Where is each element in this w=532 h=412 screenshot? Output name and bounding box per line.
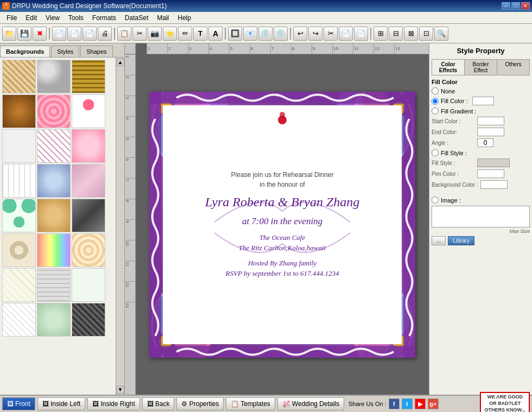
open-button[interactable]: 📄 [52,27,66,41]
copy-button[interactable]: 📄 [67,27,81,41]
tab-others[interactable]: Others [497,60,529,75]
thumbnail-17[interactable] [37,233,71,267]
thumbnail-23[interactable] [37,303,71,337]
minimize-button[interactable]: ─ [502,2,510,10]
thumbnail-18[interactable] [72,233,105,267]
fill-color-box[interactable] [472,97,494,105]
print-button[interactable]: 🖨 [98,27,112,41]
social-icon-yt[interactable]: ▶ [415,398,426,409]
bg-color-input[interactable] [480,180,508,189]
thumbnail-6[interactable] [72,94,105,128]
cut-button[interactable]: ✂ [132,27,147,41]
copy2-button[interactable]: 📄 [339,27,353,41]
thumbnail-15[interactable] [72,199,105,232]
thumbnail-22[interactable] [2,303,36,337]
maximize-button[interactable]: □ [511,2,520,10]
thumbnail-16[interactable] [2,233,36,267]
tab-color-effects[interactable]: Color Effects [432,60,465,75]
thumbnail-1[interactable] [2,60,36,93]
thumbnail-20[interactable] [37,268,71,302]
paste-button[interactable]: 📄 [83,27,97,41]
bottom-tab-inside-left[interactable]: 🖼Inside Left [37,397,85,410]
social-icon-tw[interactable]: t [402,398,413,409]
app-title: DRPU Wedding Card Designer Software(Docu… [12,2,167,10]
titlebar-controls[interactable]: ─ □ ✕ [502,2,530,10]
left-tab-styles[interactable]: Styles [51,46,79,57]
library-button[interactable]: Library [448,236,474,245]
bottom-tab-inside-right[interactable]: 🖼Inside Right [87,397,140,410]
tab-border-effect[interactable]: Border Effect [465,60,497,75]
card-names: Lyra Roberta & Bryan Zhang [205,195,360,210]
new-button[interactable]: 📁 [2,27,16,41]
dots-button[interactable]: ... [432,236,446,245]
menu-item-mail[interactable]: Mail [153,13,173,23]
fill-color-radio[interactable] [432,98,439,105]
thumbnail-21[interactable] [72,268,105,302]
bottom-tab-front[interactable]: 🖼Front [2,397,35,410]
thumbnail-24[interactable] [72,303,105,337]
fill-style-input[interactable] [477,159,510,167]
bottom-tab-back[interactable]: 🖼Back [142,397,175,410]
ruler-vtick-4: 4 [125,116,135,137]
start-color-input[interactable] [477,117,504,125]
db-button[interactable]: 💿 [258,27,273,41]
thumbnail-19[interactable] [2,268,36,302]
thumbnail-9[interactable] [72,129,105,163]
thumbnail-10[interactable] [2,164,36,198]
delete-button[interactable]: ✖ [33,27,47,41]
bottom-tab-wedding-details[interactable]: 💒Wedding Details [277,397,344,410]
bottom-tab-properties[interactable]: ⚙Properties [176,397,224,410]
end-color-input[interactable] [477,128,504,136]
menu-item-view[interactable]: View [41,13,64,23]
social-icon-gp[interactable]: g+ [428,398,439,409]
menu-item-edit[interactable]: Edit [21,13,41,23]
thumbnail-14[interactable] [37,199,71,232]
undo-button[interactable]: ↩ [293,27,307,41]
thumbnail-3[interactable] [72,60,105,93]
text-button[interactable]: T [193,27,207,41]
thumbnail-2[interactable] [37,60,71,93]
draw-button[interactable]: ✏ [178,27,192,41]
ruler-vtick-11: 11 [125,261,135,281]
barcode-button[interactable]: ⭐ [163,27,177,41]
email-button[interactable]: 📧 [243,27,257,41]
close-button[interactable]: ✕ [521,2,530,10]
redo-button[interactable]: ↪ [308,27,322,41]
left-tab-shapes[interactable]: Shapes [80,46,112,57]
paste2-button[interactable]: 📄 [354,27,368,41]
scroll-bar[interactable]: ▲ ▼ [116,58,124,395]
thumbnail-5[interactable] [37,94,71,128]
menu-item-tools[interactable]: Tools [64,13,88,23]
align-button[interactable]: ⊡ [419,27,433,41]
left-tab-backgrounds[interactable]: Backgrounds [0,46,50,57]
clipboard-button[interactable]: 📋 [117,27,131,41]
fill-style-radio[interactable] [432,149,439,156]
social-icon-fb[interactable]: f [389,398,400,409]
shape-button[interactable]: 🔲 [228,27,242,41]
zoom-button[interactable]: 🔍 [434,27,448,41]
cut2-button[interactable]: ✂ [324,27,338,41]
grid3-button[interactable]: ⊠ [404,27,418,41]
grid-button[interactable]: ⊞ [373,27,388,41]
menu-item-dataset[interactable]: DataSet [121,13,153,23]
menu-item-help[interactable]: Help [173,13,195,23]
thumbnail-11[interactable] [37,164,71,198]
save-button[interactable]: 💾 [17,27,31,41]
none-radio[interactable] [432,87,439,94]
thumbnail-8[interactable] [37,129,71,163]
menu-item-file[interactable]: File [2,13,21,23]
db2-button[interactable]: 💿 [274,27,288,41]
grid2-button[interactable]: ⊟ [389,27,403,41]
thumbnail-13[interactable] [2,199,36,232]
image-button[interactable]: 📷 [148,27,162,41]
angle-input[interactable]: 0 [477,138,493,147]
bottom-tab-templates[interactable]: 📋Templates [226,397,275,410]
image-radio[interactable] [432,197,439,204]
thumbnail-7[interactable] [2,129,36,163]
menu-item-formats[interactable]: Formats [88,13,121,23]
thumbnail-4[interactable] [2,94,36,128]
thumbnail-12[interactable] [72,164,105,198]
pen-color-input[interactable] [477,169,504,178]
fill-gradient-radio[interactable] [432,107,439,115]
textbox-button[interactable]: A [208,27,223,41]
